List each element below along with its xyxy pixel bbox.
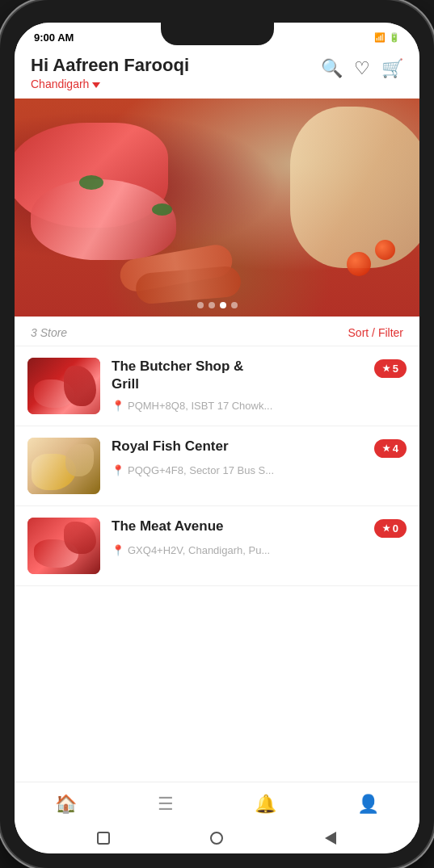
hero-dots	[197, 302, 238, 308]
store-address-3: GXQ4+H2V, Chandigarh, Pu...	[128, 544, 270, 556]
store-address-row-3: 📍 GXQ4+H2V, Chandigarh, Pu...	[112, 544, 407, 556]
hero-banner	[15, 99, 419, 317]
store-name-3: The Meat Avenue	[112, 518, 224, 535]
nav-menu[interactable]: ☰	[145, 790, 187, 818]
android-back-btn[interactable]	[322, 829, 339, 847]
app-header: Hi Aafreen Farooqi Chandigarh 🔍 ♡ 🛒	[15, 48, 419, 99]
pin-icon-2: 📍	[112, 464, 124, 476]
android-nav	[15, 823, 419, 853]
store-info-2: Royal Fish Center ★ 4 📍 PQQG+4F8, Sector…	[112, 438, 407, 476]
store-info-1: The Butcher Shop & Grill ★ 5 📍 PQMH+8Q8,…	[112, 358, 407, 412]
store-item-3[interactable]: The Meat Avenue ★ 0 📍 GXQ4+H2V, Chandiga…	[15, 506, 419, 586]
store-name-1: The Butcher Shop & Grill	[112, 358, 243, 393]
back-icon	[325, 832, 336, 845]
bottom-nav: 🏠 ☰ 🔔 👤	[15, 782, 419, 823]
cart-icon[interactable]: 🛒	[381, 58, 403, 79]
store-info-3: The Meat Avenue ★ 0 📍 GXQ4+H2V, Chandiga…	[112, 518, 407, 556]
wishlist-icon[interactable]: ♡	[354, 58, 370, 79]
rating-value-1: 5	[393, 363, 398, 375]
hero-dot-2	[209, 302, 215, 308]
store-name-2: Royal Fish Center	[112, 438, 229, 455]
menu-icon: ☰	[158, 794, 174, 815]
status-time: 9:00 AM	[34, 31, 74, 44]
rating-value-2: 4	[393, 442, 398, 455]
store-name-row-2: Royal Fish Center ★ 4	[112, 438, 407, 458]
location-text: Chandigarh	[31, 78, 89, 90]
hero-dot-3	[220, 302, 226, 308]
search-icon[interactable]: 🔍	[321, 58, 343, 79]
signal-icon: 📶	[374, 32, 386, 43]
nav-profile[interactable]: 👤	[344, 790, 392, 818]
store-item-1[interactable]: The Butcher Shop & Grill ★ 5 📍 PQMH+8Q8,…	[15, 346, 419, 426]
location-row[interactable]: Chandigarh	[31, 78, 189, 90]
store-address-row-1: 📍 PQMH+8Q8, ISBT 17 Chowk...	[112, 400, 407, 412]
rating-badge-2: ★ 4	[374, 439, 407, 458]
battery-icon: 🔋	[389, 32, 400, 43]
store-thumb-2	[27, 438, 100, 494]
pin-icon-1: 📍	[112, 400, 124, 412]
profile-icon: 👤	[357, 794, 379, 815]
herb-2	[152, 203, 172, 216]
star-icon-2: ★	[382, 443, 390, 454]
tomato-2	[375, 240, 395, 260]
android-home-btn[interactable]	[208, 829, 225, 847]
herb-1	[79, 175, 103, 190]
meat-visual	[15, 99, 419, 317]
circle-icon	[210, 832, 223, 845]
notch	[161, 23, 274, 45]
store-thumb-3	[27, 518, 100, 574]
store-thumb-1	[27, 358, 100, 414]
rating-badge-1: ★ 5	[374, 359, 407, 378]
store-list-section: 3 Store Sort / Filter The Butcher Shop &…	[15, 317, 419, 782]
store-name-row-1: The Butcher Shop & Grill ★ 5	[112, 358, 407, 393]
home-icon: 🏠	[55, 794, 77, 815]
star-icon-3: ★	[382, 523, 390, 534]
nav-notifications[interactable]: 🔔	[242, 790, 289, 818]
hero-dot-1	[197, 302, 204, 308]
store-list-header: 3 Store Sort / Filter	[15, 317, 419, 346]
location-dropdown-icon	[92, 82, 100, 88]
pin-icon-3: 📍	[112, 544, 124, 556]
store-address-row-2: 📍 PQQG+4F8, Sector 17 Bus S...	[112, 464, 407, 476]
store-address-1: PQMH+8Q8, ISBT 17 Chowk...	[128, 400, 272, 412]
status-icons: 📶 🔋	[374, 32, 400, 43]
store-address-2: PQQG+4F8, Sector 17 Bus S...	[128, 464, 274, 476]
android-recent-btn[interactable]	[95, 829, 112, 847]
sort-filter-button[interactable]: Sort / Filter	[348, 326, 403, 339]
rating-badge-3: ★ 0	[374, 519, 407, 538]
phone-frame: 9:00 AM 📶 🔋 Hi Aafreen Farooqi Chandigar…	[0, 0, 434, 868]
notifications-icon: 🔔	[255, 794, 276, 815]
recent-icon	[97, 832, 110, 845]
header-icons: 🔍 ♡ 🛒	[321, 55, 403, 79]
rating-value-3: 0	[393, 522, 398, 535]
nav-home[interactable]: 🏠	[42, 790, 90, 818]
header-left: Hi Aafreen Farooqi Chandigarh	[31, 55, 189, 90]
star-icon-1: ★	[382, 363, 390, 374]
meat-piece-3	[290, 107, 419, 268]
store-item-2[interactable]: Royal Fish Center ★ 4 📍 PQQG+4F8, Sector…	[15, 426, 419, 506]
hero-dot-4	[231, 302, 238, 308]
store-name-row-3: The Meat Avenue ★ 0	[112, 518, 407, 538]
greeting-text: Hi Aafreen Farooqi	[31, 55, 189, 76]
tomato-1	[347, 252, 371, 276]
phone-screen: 9:00 AM 📶 🔋 Hi Aafreen Farooqi Chandigar…	[15, 23, 419, 853]
store-count: 3 Store	[31, 326, 67, 339]
